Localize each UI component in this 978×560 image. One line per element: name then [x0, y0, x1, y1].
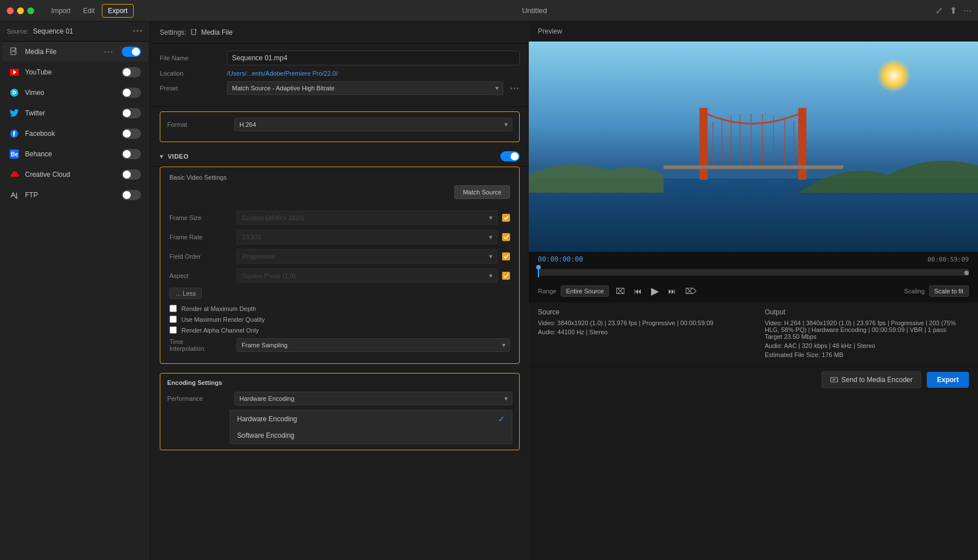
output-video-value: H.264 | 3840x1920 (1.0) | 23.976 fps | P… [765, 320, 956, 340]
scaling-select[interactable]: Scale to fit [929, 285, 969, 297]
sidebar-item-facebook[interactable]: Facebook [2, 124, 148, 143]
facebook-toggle[interactable] [122, 128, 141, 139]
output-filesize-label: Estimated File Size: [765, 351, 820, 358]
send-btn-label: Send to Media Encoder [842, 376, 913, 384]
field-order-checkbox[interactable] [502, 252, 510, 260]
match-source-button[interactable]: Match Source [454, 185, 510, 199]
performance-label: Performance [167, 395, 230, 402]
use-max-quality-checkbox[interactable] [169, 316, 177, 323]
frame-size-row: Frame Size Custom (3840 x 1920) [169, 210, 510, 225]
behance-icon: Be [9, 149, 19, 159]
aspect-label: Aspect [169, 272, 232, 279]
sidebar-item-behance[interactable]: Be Behance [2, 144, 148, 164]
close-dot[interactable] [7, 7, 14, 14]
render-alpha-checkbox[interactable] [169, 326, 177, 334]
performance-select[interactable]: Hardware Encoding [234, 392, 512, 405]
nav-export[interactable]: Export [102, 4, 134, 18]
aspect-select-wrap: Square Pixels (1.0) [237, 268, 498, 283]
preset-row: Preset Match Source - Adaptive High Bitr… [160, 81, 520, 95]
format-select-wrap: H.264 [234, 118, 512, 131]
video-collapse-icon: ▾ [160, 152, 163, 160]
more-icon[interactable]: ··· [964, 6, 971, 16]
twitter-toggle[interactable] [122, 108, 141, 118]
format-section: Format H.264 [160, 111, 520, 142]
location-label: Location [160, 70, 222, 77]
render-max-depth-checkbox[interactable] [169, 305, 177, 312]
sidebar-item-vimeo[interactable]: Vimeo [2, 83, 148, 102]
file-name-input[interactable] [227, 51, 520, 65]
nav-bar: Import Edit Export [45, 4, 134, 18]
titlebar-actions: ⤢ ⬆ ··· [935, 5, 971, 16]
timeline-bar [529, 267, 978, 280]
video-toggle[interactable] [500, 151, 520, 161]
hardware-encoding-option[interactable]: Hardware Encoding ✓ [230, 410, 512, 428]
sidebar-item-media-file[interactable]: Media File ••• [2, 42, 148, 61]
ftp-toggle[interactable] [122, 190, 141, 200]
timeline-playhead[interactable] [538, 267, 539, 277]
creative-cloud-label: Creative Cloud [25, 171, 116, 179]
creative-cloud-toggle[interactable] [122, 169, 141, 180]
step-forward-button[interactable]: ⏭ [666, 285, 678, 297]
video-content: Basic Video Settings Match Source Frame … [160, 167, 520, 364]
sidebar-item-twitter[interactable]: Twitter [2, 103, 148, 123]
maximize-dot[interactable] [27, 7, 34, 14]
media-file-toggle[interactable] [122, 47, 141, 57]
media-file-options-icon[interactable]: ••• [104, 49, 114, 55]
output-info-title: Output [765, 308, 969, 316]
main-layout: Source: Sequence 01 ••• Media File ••• Y… [0, 22, 978, 560]
behance-toggle[interactable] [122, 149, 141, 159]
time-interp-select[interactable]: Frame Sampling [237, 338, 510, 352]
media-file-icon [9, 47, 19, 57]
share-icon[interactable]: ⬆ [950, 5, 957, 16]
in-point-button[interactable]: ⌧ [614, 285, 627, 297]
out-point-button[interactable]: ⌦ [683, 285, 699, 297]
hardware-encoding-label: Hardware Encoding [237, 415, 297, 423]
output-video-row: Video: H.264 | 3840x1920 (1.0) | 23.976 … [765, 320, 969, 340]
frame-rate-checkbox[interactable] [502, 233, 510, 241]
send-to-encoder-button[interactable]: Send to Media Encoder [822, 371, 921, 388]
frame-rate-select: 23.976 [237, 230, 497, 244]
frame-size-checkbox[interactable] [502, 214, 510, 222]
less-button[interactable]: ... Less [169, 288, 202, 299]
encoding-section: Encoding Settings Performance Hardware E… [160, 373, 520, 450]
video-section-header[interactable]: ▾ VIDEO [151, 147, 529, 167]
render-alpha-label: Render Alpha Channel Only [181, 327, 259, 334]
preset-select[interactable]: Match Source - Adaptive High Bitrate [227, 81, 503, 95]
nav-import[interactable]: Import [45, 5, 76, 17]
field-order-label: Field Order [169, 253, 232, 260]
export-button[interactable]: Export [927, 372, 969, 388]
titlebar: Import Edit Export Untitled ⤢ ⬆ ··· [0, 0, 978, 22]
preset-options-icon[interactable]: ••• [510, 85, 520, 92]
preview-frame [529, 42, 978, 252]
facebook-icon [9, 128, 19, 139]
source-options-icon[interactable]: ••• [132, 27, 143, 35]
range-select[interactable]: Entire Source [561, 285, 609, 297]
timecode-start: 00:00:00:00 [538, 255, 583, 263]
window-controls[interactable] [7, 7, 34, 14]
software-encoding-option[interactable]: Software Encoding [230, 428, 512, 443]
format-select[interactable]: H.264 [234, 118, 512, 131]
location-link[interactable]: /Users/...ents/Adobe/Premiere Pro/22.0/ [227, 70, 520, 77]
step-back-button[interactable]: ⏮ [632, 285, 644, 297]
sidebar-item-youtube[interactable]: YouTube [2, 63, 148, 82]
sidebar-item-creative-cloud[interactable]: Creative Cloud [2, 165, 148, 184]
time-interp-label: Time Interpolation: [169, 338, 232, 352]
output-filesize-value: 176 MB [822, 351, 843, 358]
youtube-toggle[interactable] [122, 67, 141, 77]
file-name-section: File Name Location /Users/...ents/Adobe/… [151, 44, 529, 107]
fullscreen-icon[interactable]: ⤢ [935, 5, 943, 16]
sidebar-item-ftp[interactable]: FTP [2, 185, 148, 205]
timecode-bar: 00:00:00:00 00:00:59:09 [529, 252, 978, 267]
source-video-value: 3840x1920 (1.0) | 23.976 fps | Progressi… [557, 320, 714, 326]
basic-video-settings-label: Basic Video Settings [169, 174, 510, 181]
minimize-dot[interactable] [17, 7, 24, 14]
media-file-label: Media File [25, 48, 98, 56]
settings-tab-media-file[interactable]: Media File [191, 28, 233, 36]
play-button[interactable]: ▶ [649, 284, 661, 298]
timeline-track[interactable] [538, 269, 969, 276]
file-name-label: File Name [160, 55, 222, 61]
vimeo-toggle[interactable] [122, 88, 141, 98]
aspect-checkbox[interactable] [502, 272, 510, 280]
center-panel: Settings: Media File File Name Location … [151, 22, 529, 560]
nav-edit[interactable]: Edit [77, 5, 101, 17]
